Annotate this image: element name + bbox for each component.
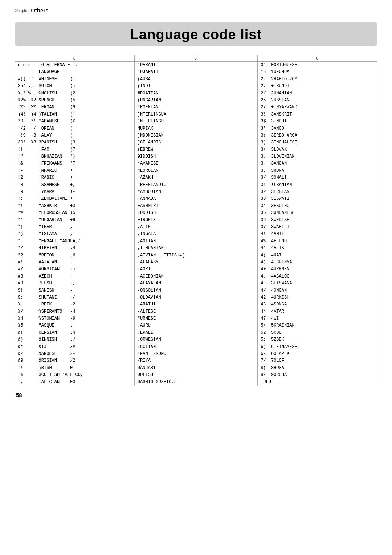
cell-col3-row36: 44 4ATAR (258, 308, 377, 315)
cell-col2-row18: 'REENLANDIC (134, 182, 257, 189)
cell-col3-row16: 3. 3HONA (258, 167, 377, 174)
cell-col3-row6: 25 2USSIAN (258, 97, 377, 104)
cell-col1-row28: "2 "RETON ,6 (15, 252, 134, 259)
table-row: 30! %3 3PANISH )3)CELANDIC3) 3INGHALESE (15, 139, 377, 146)
cell-col1-row42: &/ &AROESE /- (15, 351, 134, 357)
cell-col2-row22: +URDISH (134, 210, 257, 216)
table-row: %.' %., %NGLISH (2#ROATIAN2/ 2UMANIAN (15, 90, 377, 97)
cell-col1-row36: %/ %SPERANTO -4 (15, 308, 134, 315)
page-number: 58 (15, 392, 377, 398)
cell-col1-row11: -!9 -3 -ALAY ). (15, 132, 134, 139)
table-row: *0. *! *APANESE )%)NTERLINGUE3$ 3INDHI (15, 118, 377, 125)
cell-col3-row21: 34 3ESOTHO (258, 203, 377, 210)
table-row: &9 &RISIAN /2/RIYA7/ 7OLOF (15, 357, 377, 364)
table-row: "/ 4IBETAN ,4,ITHUANIAN4' 4AJIK (15, 245, 377, 252)
table-row: !: !ZERBAIJANI +.+ANNADA33 3ISWATI (15, 195, 377, 202)
cell-col1-row15: !& !FRIKAANS *7 (15, 160, 134, 167)
cell-col3-row19: 32 3ERBIAN (258, 189, 377, 195)
cell-col2-row10: NUPIAK (134, 125, 257, 132)
table-row: ") "ISLAMA ,.,INGALA4! 4AMIL (15, 231, 377, 238)
cell-col2-row11: )NDONESIAN (134, 132, 257, 139)
cell-col2-row39: .EPALI (134, 329, 257, 336)
table-row: LANGUAGE'UJARATI15 1UECHUA (15, 69, 377, 76)
cell-col3-row24: 37 3WAHILI (258, 224, 377, 231)
chapter-title: Others (31, 7, 48, 13)
cell-col3-row33: 4/ 4ONGAN (258, 287, 377, 294)
cell-col2-row38: .AURU (134, 322, 257, 329)
cell-col1-row16: !- !MHARIC +! (15, 167, 134, 174)
cell-col3-row3: 2- 2HAETO 2OM (258, 76, 377, 83)
table-row: %5 "ASQUE .!.AURU5+ 5KRAINIAN (15, 322, 377, 329)
chapter-header: Chapter Others (15, 7, 377, 15)
cell-col1-row6: &2% &2 &RENCH (5 (15, 97, 134, 104)
cell-col3-row29: 4) 4IGRINYA (258, 259, 377, 266)
cell-col2-row37: "URMESE (134, 315, 257, 322)
cell-col2-row30: -AORI (134, 266, 257, 273)
cell-col2-row13: (EBREW (134, 146, 257, 153)
cell-col3-row1: 04 0ORTUGUESE (258, 62, 377, 69)
table-row: $54 ., $UTCH ()(INDI2. +IRUNDI (15, 83, 377, 90)
cell-col1-row37: %4 %STONIAN -9 (15, 315, 134, 322)
cell-col1-row41: &* &IJI /# (15, 344, 134, 351)
cell-col3-row9: 3$ 3INDHI (258, 118, 377, 125)
cell-col1-row31: #3 #ZECH -+ (15, 273, 134, 280)
cell-col3-row40: 5: 5ZBEK (258, 336, 377, 343)
table-row: %4 %STONIAN -9"URMESE47 4WI (15, 315, 377, 322)
cell-col3-row4: 2. +IRUNDI (258, 83, 377, 90)
cell-col1-row22: "% "ELORUSSIAN +5 (15, 210, 134, 216)
cell-col1-row43: &9 &RISIAN /2 (15, 357, 134, 364)
cell-col1-row38: %5 "ASQUE .! (15, 322, 134, 329)
cell-col3-row43: 7/ 7OLOF (258, 357, 377, 364)
cell-col2-row44: 0ANJABI (134, 365, 257, 372)
cell-col3-row30: 4+ 4URKMEN (258, 266, 377, 273)
table-row: ', 'ALICIAN 030ASHTO 0USHTO:5:ULU (15, 379, 377, 386)
table-row: ". "ENGALI "ANGLA,/,AOTIAN4% 4ELUGU (15, 238, 377, 245)
cell-col2-row21: +ASHMIRI (134, 203, 257, 210)
cell-col3-row12: 3) 3INGHALESE (258, 139, 377, 146)
cell-col1-row45: '$ 3COTTISH 'AELICO, (15, 372, 134, 378)
cell-col2-row16: 4EORGIAN (134, 167, 257, 174)
cell-col1-row25: ") "ISLAMA ,. (15, 231, 134, 238)
cell-col1-row12: 30! %3 3PANISH )3 (15, 139, 134, 146)
cell-col3-row28: 4( 4HAI (258, 252, 377, 259)
table-row: #() :( #HINESE (!(AUSA2- 2HAETO 2OM (15, 76, 377, 83)
cell-col1-row30: #/ #ORSICAN -) (15, 266, 134, 273)
table-row: n n n .O ALTERNATE '.'UARANI04 0ORTUGUES… (15, 62, 377, 69)
cell-col3-row20: 33 3ISWATI (258, 195, 377, 202)
cell-col1-row39: &! 0ERSIAN .% (15, 329, 134, 336)
table-row: #! #ATALAN -'-ALAGASY4) 4IGRINYA (15, 259, 377, 266)
page: Chapter Others Language code list C C C … (0, 0, 392, 555)
cell-col2-row27: ,ITHUANIAN (134, 245, 257, 252)
cell-col3-row42: 6/ 6OLAP K (258, 351, 377, 357)
page-title-box: Language code list (15, 22, 377, 46)
table-row: -!9 -3 -ALAY ).)NDONESIAN3( 3ERBO #ROA (15, 132, 377, 139)
cell-col3-row38: 5+ 5KRAINIAN (258, 322, 377, 329)
cell-col2-row42: !FAN /ROMO (134, 351, 257, 357)
cell-col2-row17: +AZAKH (134, 174, 257, 181)
cell-col2-row28: ,ATVIAN ,ETTISH4( (134, 252, 257, 259)
cell-col2-row1: 'UARANI (134, 62, 257, 69)
cell-col2-row41: /CCITAN (134, 344, 257, 351)
cell-col2-row32: -ALAYALAM (134, 280, 257, 287)
cell-col3-row45: 9/ 9ORUBA (258, 372, 377, 378)
cell-col1-row13: !! !FAR )7 (15, 146, 134, 153)
cell-col3-row37: 47 4WI (258, 315, 377, 322)
cell-col2-row31: -ACEDONIAN (134, 273, 257, 280)
cell-col2-row9: )NTERLINGUE (134, 118, 257, 125)
table-row: &) &INNISH ./.ORWEGIAN5: 5ZBEK (15, 336, 377, 343)
cell-col2-row20: +ANNADA (134, 195, 257, 202)
cell-col2-row12: )CELANDIC (134, 139, 257, 146)
cell-col2-row34: -OLDAVIAN (134, 294, 257, 301)
cell-col2-row4: (INDI (134, 83, 257, 90)
cell-col2-row40: .ORWEGIAN (134, 336, 257, 343)
cell-col1-row8: )4! )4 )TALIAN )! (15, 111, 134, 118)
cell-col3-row23: 36 3WEDISH (258, 217, 377, 224)
cell-col2-row2: 'UJARATI (134, 69, 257, 76)
cell-col2-row5: #ROATIAN (134, 90, 257, 97)
cell-col1-row19: !9 !YMARA +- (15, 189, 134, 195)
cell-col1-row29: #! #ATALAN -' (15, 259, 134, 266)
table-row: "! "ASHKIR +3+ASHMIRI34 3ESOTHO (15, 203, 377, 210)
table-row: !- !MHARIC +!4EORGIAN3. 3HONA (15, 167, 377, 174)
table-row: )4! )4 )TALIAN )!)NTERLINGUA3! 3ANSKRIT (15, 111, 377, 118)
cell-col3-row8: 3! 3ANSKRIT (258, 111, 377, 118)
